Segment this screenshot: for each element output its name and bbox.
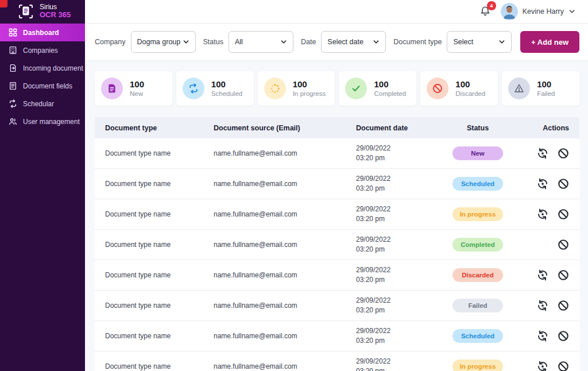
sidebar-item-dashboard[interactable]: Dashboard — [0, 24, 85, 41]
stat-card-scheduled: 100 Scheduled — [176, 71, 254, 106]
ban-icon[interactable] — [558, 330, 569, 342]
cell-document-source: name.fullname@email.com — [214, 271, 351, 279]
sync-icon[interactable] — [537, 361, 548, 371]
ban-icon — [427, 78, 448, 99]
status-badge: In progress — [452, 207, 503, 221]
main-area: 4 Kevine Harry Company Dogma group — [85, 0, 588, 371]
sidebar-item-label: Incoming document — [23, 64, 83, 72]
filter-group-status: Status All — [203, 31, 293, 53]
status-badge: Scheduled — [452, 329, 503, 343]
table-row: Document type name name.fullname@email.c… — [95, 351, 579, 371]
cell-document-date: 29/09/2022 03:20 pm — [351, 204, 438, 225]
sidebar-item-label: Document fields — [23, 82, 72, 90]
table-row: Document type name name.fullname@email.c… — [95, 138, 579, 169]
building-icon — [9, 46, 17, 55]
ban-icon[interactable] — [558, 178, 569, 190]
user-menu[interactable]: Kevine Harry — [501, 3, 575, 20]
sync-icon[interactable] — [537, 148, 548, 159]
check-icon — [345, 78, 367, 99]
add-new-button[interactable]: + Add new — [520, 31, 579, 53]
table-row: Document type name name.fullname@email.c… — [95, 169, 579, 199]
table-row: Document type name name.fullname@email.c… — [95, 199, 579, 230]
company-select[interactable]: Dogma group — [131, 31, 196, 53]
filter-label: Status — [203, 38, 223, 46]
cell-actions — [518, 239, 579, 250]
sync-icon[interactable] — [537, 300, 548, 311]
notifications-button[interactable]: 4 — [479, 5, 492, 18]
sync-icon[interactable] — [537, 330, 548, 342]
sidebar-item-document-fields[interactable]: Document fields — [0, 77, 85, 95]
status-select[interactable]: All — [229, 31, 293, 53]
cell-document-source: name.fullname@email.com — [214, 362, 351, 370]
cell-document-source: name.fullname@email.com — [214, 302, 351, 310]
ban-icon[interactable] — [558, 361, 569, 371]
cell-document-date: 29/09/2022 03:20 pm — [351, 326, 438, 346]
ban-icon[interactable] — [558, 300, 569, 311]
cell-document-source: name.fullname@email.com — [214, 149, 351, 157]
ban-icon[interactable] — [558, 208, 569, 220]
chevron-down-icon — [373, 38, 380, 45]
stat-cards-row: 100 New 100 Scheduled 100 In progress 10… — [95, 71, 579, 106]
stat-value: 100 — [374, 79, 406, 90]
cell-document-source: name.fullname@email.com — [214, 210, 351, 218]
filter-selected-value: All — [235, 38, 243, 46]
cell-document-type: Document type name — [95, 362, 214, 370]
cell-document-source: name.fullname@email.com — [214, 332, 351, 340]
table-row: Document type name name.fullname@email.c… — [95, 260, 579, 291]
brand-logo: Sirius OCR 365 — [0, 0, 85, 24]
spinner-icon — [264, 78, 286, 99]
cell-actions — [518, 300, 579, 311]
stat-card-discarded: 100 Discarded — [420, 71, 498, 106]
status-badge: In progress — [452, 360, 503, 371]
ban-icon[interactable] — [558, 269, 569, 281]
stat-card-in-progress: 100 In progress — [258, 71, 335, 106]
cell-actions — [518, 178, 579, 190]
brand-line1: Sirius — [40, 3, 71, 11]
stat-card-completed: 100 Completed — [339, 71, 416, 106]
avatar — [501, 3, 518, 20]
stat-value: 100 — [455, 79, 485, 90]
document-fields-icon — [9, 82, 17, 90]
sidebar-item-schedular[interactable]: Schedular — [0, 95, 85, 113]
ban-icon[interactable] — [558, 148, 569, 159]
filter-label: Company — [95, 38, 126, 46]
table-row: Document type name name.fullname@email.c… — [95, 321, 579, 351]
stat-card-failed: 100 Failed — [502, 71, 579, 106]
warning-icon — [508, 78, 530, 99]
filter-selected-value: Dogma group — [137, 38, 181, 46]
cell-document-source: name.fullname@email.com — [214, 241, 351, 249]
filter-bar: Company Dogma group Status All Date Sele… — [85, 24, 588, 61]
status-badge: Completed — [452, 238, 503, 252]
ban-icon[interactable] — [558, 239, 569, 250]
sidebar-item-incoming-document[interactable]: Incoming document — [0, 59, 85, 77]
stat-label: Discarded — [455, 90, 485, 98]
sync-icon[interactable] — [537, 208, 548, 220]
date-select[interactable]: Select date — [321, 31, 386, 53]
user-name: Kevine Harry — [523, 7, 564, 16]
red-corner-marker — [0, 0, 7, 7]
sidebar-item-companies[interactable]: Companies — [0, 41, 85, 59]
document-type-select[interactable]: Select — [447, 31, 512, 53]
status-badge: Failed — [452, 299, 503, 312]
cell-actions — [518, 361, 579, 371]
chevron-down-icon — [498, 38, 505, 45]
sirius-scan-logo-icon — [17, 3, 34, 20]
filter-group-company: Company Dogma group — [95, 31, 196, 53]
sidebar-item-user-management[interactable]: User management — [0, 113, 85, 130]
sync-icon[interactable] — [537, 178, 548, 190]
cell-document-date: 29/09/2022 03:20 pm — [351, 296, 438, 316]
chevron-down-icon — [280, 38, 287, 45]
sync-icon[interactable] — [537, 269, 548, 281]
stat-value: 100 — [211, 79, 242, 90]
stat-label: Scheduled — [211, 90, 242, 98]
chevron-down-icon — [183, 38, 189, 45]
filter-group-date: Date Select date — [301, 31, 386, 53]
sidebar-item-label: Companies — [23, 47, 58, 55]
col-document-source: Document source (Email) — [214, 124, 351, 132]
document-icon — [101, 78, 123, 99]
col-status: Status — [438, 124, 518, 132]
dashboard-grid-icon — [9, 28, 17, 37]
stat-label: New — [130, 90, 144, 98]
chevron-down-icon — [568, 8, 575, 15]
table-row: Document type name name.fullname@email.c… — [95, 230, 579, 260]
